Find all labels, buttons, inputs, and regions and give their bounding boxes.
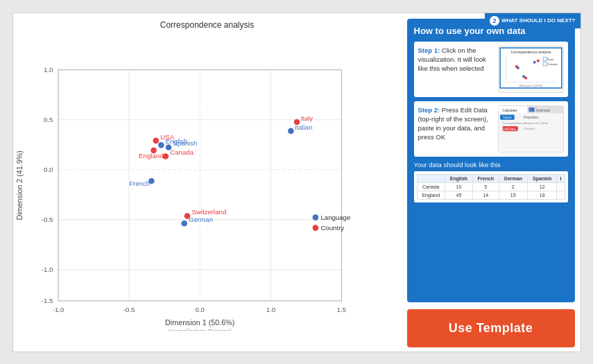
table-cell: 18 xyxy=(527,191,556,199)
how-to-box: How to use your own data Step 1: Click o… xyxy=(407,19,575,302)
step1-chart-svg: Correspondence analysis Rows xyxy=(499,46,563,89)
legend-country-icon xyxy=(312,225,318,231)
svg-text:1.0: 1.0 xyxy=(44,65,53,73)
svg-text:-0.5: -0.5 xyxy=(41,216,53,223)
step2-block: Step 2: Press Edit Data (top-right of th… xyxy=(414,101,568,157)
data-table-box: English French German Spanish I Canada 1… xyxy=(414,171,568,202)
svg-text:1.5: 1.5 xyxy=(336,306,345,313)
step2-label: Step 2: xyxy=(418,106,440,114)
table-row: Canada 10 5 2 12 xyxy=(417,182,565,191)
svg-text:-1.5: -1.5 xyxy=(41,297,53,304)
chart-title: Correspondence analysis xyxy=(13,20,402,30)
legend-country-label: Country xyxy=(320,223,344,231)
svg-text:0.0: 0.0 xyxy=(195,306,204,313)
svg-text:-1.0: -1.0 xyxy=(52,306,64,313)
svg-text:Inputs: Inputs xyxy=(503,116,512,119)
step2-text: Step 2: Press Edit Data (top-right of th… xyxy=(418,105,494,142)
table-cell: 10 xyxy=(445,182,473,191)
svg-text:0.5: 0.5 xyxy=(44,116,53,123)
point-english xyxy=(158,142,164,148)
legend-language-label: Language xyxy=(320,213,350,220)
step1-label: Step 1: xyxy=(418,46,440,54)
svg-text:Edit Data...: Edit Data... xyxy=(502,127,518,130)
table-cell: 12 xyxy=(527,182,556,191)
point-italian xyxy=(288,128,294,134)
svg-text:✓: ✓ xyxy=(529,108,531,112)
badge-label: WHAT SHOULD I DO NEXT? xyxy=(501,17,576,24)
svg-text:Dimension 2 (41.9%): Dimension 2 (41.9%) xyxy=(15,150,24,220)
point-usa xyxy=(153,137,159,144)
table-cell: 45 xyxy=(445,191,473,199)
svg-text:-0.5: -0.5 xyxy=(123,306,135,313)
table-cell xyxy=(557,182,565,191)
chart-area: Correspondence analysis -1 xyxy=(13,13,402,353)
table-cell: 15 xyxy=(499,191,527,199)
svg-text:Properties: Properties xyxy=(524,116,539,119)
table-cell xyxy=(557,191,565,199)
label-canada: Canada xyxy=(170,148,194,156)
svg-text:Correspondence analysis: Correspondence analysis xyxy=(510,50,551,54)
table-cell: 5 xyxy=(472,182,499,191)
legend-language-icon xyxy=(312,214,318,220)
use-template-button[interactable]: Use Template xyxy=(407,309,575,347)
svg-point-32 xyxy=(533,60,535,63)
step1-block: Step 1: Click on the visualization. It w… xyxy=(414,42,568,97)
data-preview-table: English French German Spanish I Canada 1… xyxy=(417,174,565,200)
table-cell: 14 xyxy=(472,191,499,199)
table-header-4: Spanish xyxy=(527,174,556,182)
step2-panel-svg: Calculate ✓ Automatic Inputs Properties … xyxy=(499,106,563,149)
svg-text:0.0: 0.0 xyxy=(44,166,53,173)
label-french: French xyxy=(129,180,150,187)
svg-text:Calculate: Calculate xyxy=(502,107,517,112)
table-header-3: German xyxy=(499,174,527,182)
svg-text:Normalisation: Principal: Normalisation: Principal xyxy=(169,328,231,331)
your-data-text: Your data should look like this xyxy=(414,161,568,168)
badge-number: 2 xyxy=(490,16,499,26)
label-spanish: Spanish xyxy=(173,139,197,147)
table-header-5: I xyxy=(557,174,565,182)
table-cell: Canada xyxy=(417,182,445,191)
table-header-1: English xyxy=(445,174,473,182)
right-panel: How to use your own data Step 1: Click o… xyxy=(402,13,581,353)
svg-text:Columns: Columns xyxy=(547,62,557,65)
svg-text:Columns: Columns xyxy=(524,127,535,130)
svg-text:Dimension 1 (50.6%): Dimension 1 (50.6%) xyxy=(165,318,234,327)
svg-text:Automatic: Automatic xyxy=(535,108,550,112)
chart-wrap: -1.0 -0.5 0.0 1.0 1.5 1.0 0.5 0.0 -0.5 -… xyxy=(13,33,402,331)
label-england: England xyxy=(139,151,163,159)
svg-point-31 xyxy=(536,59,539,62)
main-container: 2 WHAT SHOULD I DO NEXT? Correspondence … xyxy=(12,12,581,352)
table-cell: 2 xyxy=(499,182,527,191)
label-german: German xyxy=(189,216,213,223)
table-header-0 xyxy=(417,174,445,182)
table-row: England 45 14 15 18 xyxy=(417,191,565,199)
step2-image: Calculate ✓ Automatic Inputs Properties … xyxy=(498,105,564,153)
label-italian: Italian xyxy=(294,123,312,130)
point-canada xyxy=(162,153,169,159)
step1-image: Correspondence analysis Rows xyxy=(498,46,564,93)
label-switzerland: Switzerland xyxy=(191,208,226,216)
svg-text:Rows: Rows xyxy=(547,58,553,60)
point-german xyxy=(181,220,187,226)
label-italy: Italy xyxy=(300,114,313,121)
svg-text:-1.0: -1.0 xyxy=(41,266,53,273)
what-next-badge[interactable]: 2 WHAT SHOULD I DO NEXT? xyxy=(485,13,581,28)
table-header-2: French xyxy=(472,174,499,182)
svg-point-34 xyxy=(516,66,519,69)
chart-svg: -1.0 -0.5 0.0 1.0 1.5 1.0 0.5 0.0 -0.5 -… xyxy=(13,33,402,331)
svg-text:1.0: 1.0 xyxy=(266,306,275,313)
step1-text: Step 1: Click on the visualization. It w… xyxy=(418,46,494,73)
svg-text:Dimension 1 (50.6%): Dimension 1 (50.6%) xyxy=(519,84,542,87)
svg-text:Correspondence Analysis of a T: Correspondence Analysis of a Table xyxy=(502,121,548,124)
svg-point-36 xyxy=(524,76,527,79)
table-cell: England xyxy=(417,191,445,199)
